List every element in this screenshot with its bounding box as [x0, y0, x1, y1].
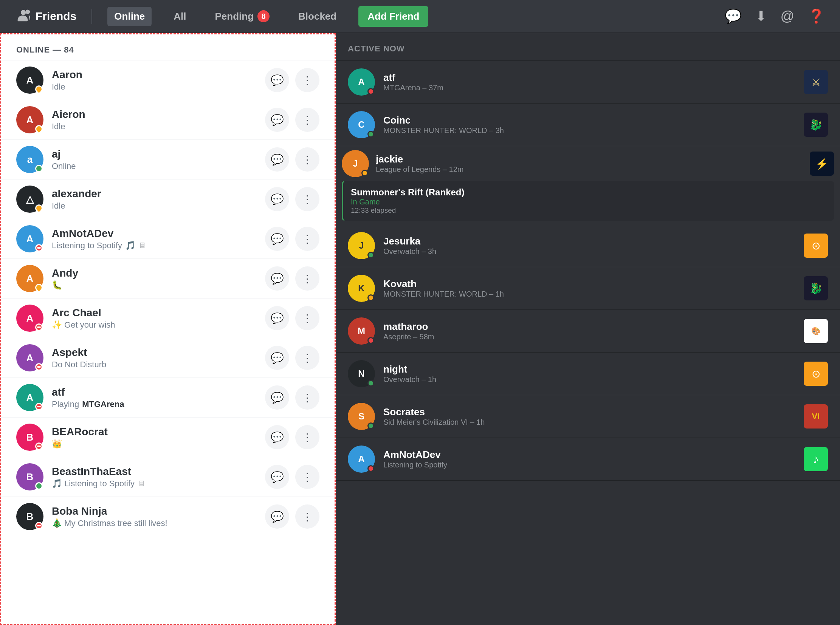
friend-info: Aaron Idle: [52, 68, 265, 92]
chat-icon[interactable]: 💬: [725, 8, 742, 24]
tab-all[interactable]: All: [167, 7, 193, 26]
friend-status: 🐛: [52, 280, 265, 290]
friend-row[interactable]: A atf Playing MTGArena 💬 ⋮: [1, 378, 335, 417]
friend-row[interactable]: A Aspekt Do Not Disturb 💬 ⋮: [1, 338, 335, 378]
tab-online[interactable]: Online: [108, 7, 151, 26]
online-header: ONLINE — 84: [1, 34, 335, 60]
message-button[interactable]: 💬: [265, 227, 289, 251]
message-button[interactable]: 💬: [265, 68, 289, 92]
active-item[interactable]: N night Overwatch – 1h ⊙: [336, 353, 840, 395]
active-status-dot: [362, 169, 368, 176]
more-button[interactable]: ⋮: [295, 306, 319, 330]
active-panel: ACTIVE NOW A atf MTGArena – 37m ⚔ C Coin…: [336, 33, 840, 625]
friend-row[interactable]: A Andy 🐛 💬 ⋮: [1, 258, 335, 298]
friend-row[interactable]: △ alexander Idle 💬 ⋮: [1, 179, 335, 219]
friend-status: Listening to Spotify 🎵 🖥: [52, 241, 265, 250]
friend-row[interactable]: A Aieron Idle 💬 ⋮: [1, 100, 335, 140]
active-name: Coinc: [383, 115, 795, 126]
active-status-dot: [368, 131, 374, 138]
message-button[interactable]: 💬: [265, 504, 289, 529]
message-button[interactable]: 💬: [265, 386, 289, 410]
friend-status: Idle: [52, 82, 265, 92]
active-game: MONSTER HUNTER: WORLD – 1h: [383, 290, 795, 299]
more-button[interactable]: ⋮: [295, 148, 319, 171]
active-info: Kovath MONSTER HUNTER: WORLD – 1h: [383, 278, 795, 299]
in-game-status: In Game: [351, 197, 826, 206]
friend-row[interactable]: A Aaron Idle 💬 ⋮: [1, 60, 335, 100]
screen-icon: 🖥: [138, 479, 145, 488]
more-button[interactable]: ⋮: [295, 187, 319, 211]
top-nav: Friends Online All Pending 8 Blocked Add…: [0, 0, 840, 33]
active-avatar-wrap: A: [348, 446, 375, 473]
status-dot: [35, 482, 43, 490]
active-info: jackie League of Legends – 12m: [376, 154, 803, 174]
avatar-wrap: A: [16, 344, 44, 372]
avatar-wrap: A: [16, 305, 44, 332]
friend-status: Playing MTGArena: [52, 400, 265, 409]
friends-panel: ONLINE — 84 A Aaron Idle 💬 ⋮ A Aieron: [0, 33, 336, 625]
active-avatar-wrap: A: [348, 68, 375, 96]
friend-row[interactable]: B Boba Ninja 🎄 My Christmas tree still l…: [1, 496, 335, 536]
friend-row[interactable]: A AmNotADev Listening to Spotify 🎵 🖥 💬 ⋮: [1, 219, 335, 258]
friend-actions: 💬 ⋮: [265, 108, 319, 132]
friend-row[interactable]: a aj Online 💬 ⋮: [1, 140, 335, 179]
active-item-jackie[interactable]: J jackie League of Legends – 12m ⚡ Summo…: [336, 146, 840, 224]
active-avatar-wrap: S: [348, 403, 375, 430]
friend-info: aj Online: [52, 148, 265, 171]
friend-actions: 💬 ⋮: [265, 425, 319, 449]
help-icon[interactable]: ❓: [808, 8, 825, 24]
more-button[interactable]: ⋮: [295, 465, 319, 489]
active-item[interactable]: A atf MTGArena – 37m ⚔: [336, 61, 840, 104]
friend-info: alexander Idle: [52, 187, 265, 211]
more-button[interactable]: ⋮: [295, 266, 319, 291]
friend-name: Arc Chael: [52, 306, 265, 319]
more-button[interactable]: ⋮: [295, 227, 319, 251]
message-button[interactable]: 💬: [265, 108, 289, 132]
active-item[interactable]: C Coinc MONSTER HUNTER: WORLD – 3h 🐉: [336, 104, 840, 146]
friend-actions: 💬 ⋮: [265, 504, 319, 529]
active-item-socrates[interactable]: S Socrates Sid Meier's Civilization VI –…: [336, 395, 840, 438]
friend-row[interactable]: A Arc Chael ✨ Get your wish 💬 ⋮: [1, 298, 335, 338]
active-name: jackie: [376, 154, 803, 165]
friend-info: BeastInThaEast 🎵 Listening to Spotify 🖥: [52, 465, 265, 488]
active-avatar-wrap: C: [348, 111, 375, 138]
friend-status: Do Not Disturb: [52, 360, 265, 370]
avatar-wrap: a: [16, 146, 44, 173]
message-button[interactable]: 💬: [265, 187, 289, 211]
active-item[interactable]: J Jesurka Overwatch – 3h ⊙: [336, 224, 840, 267]
tab-pending[interactable]: Pending 8: [208, 6, 277, 26]
add-friend-button[interactable]: Add Friend: [358, 6, 428, 27]
nav-right-icons: 💬 ⬇ @ ❓: [725, 8, 825, 24]
more-button[interactable]: ⋮: [295, 425, 319, 449]
more-button[interactable]: ⋮: [295, 346, 319, 370]
active-item[interactable]: K Kovath MONSTER HUNTER: WORLD – 1h 🐉: [336, 267, 840, 310]
message-button[interactable]: 💬: [265, 266, 289, 291]
tab-blocked[interactable]: Blocked: [291, 7, 343, 26]
message-button[interactable]: 💬: [265, 425, 289, 449]
avatar-wrap: B: [16, 503, 44, 530]
active-item[interactable]: M matharoo Aseprite – 58m 🎨: [336, 310, 840, 353]
friend-row[interactable]: B BEARocrat 👑 💬 ⋮: [1, 417, 335, 457]
friend-status: Idle: [52, 201, 265, 211]
more-button[interactable]: ⋮: [295, 108, 319, 132]
more-button[interactable]: ⋮: [295, 68, 319, 92]
more-button[interactable]: ⋮: [295, 504, 319, 529]
message-button[interactable]: 💬: [265, 148, 289, 171]
friend-name: Aaron: [52, 68, 265, 81]
message-button[interactable]: 💬: [265, 465, 289, 489]
status-dot: [35, 403, 43, 410]
more-button[interactable]: ⋮: [295, 386, 319, 410]
status-dot: [35, 522, 43, 529]
active-name: atf: [383, 72, 795, 84]
friend-info: Andy 🐛: [52, 267, 265, 290]
active-status-dot: [368, 337, 374, 344]
active-name: AmNotADev: [383, 449, 795, 461]
download-icon[interactable]: ⬇: [755, 8, 767, 24]
friend-row[interactable]: B BeastInThaEast 🎵 Listening to Spotify …: [1, 457, 335, 496]
active-game: Aseprite – 58m: [383, 333, 795, 341]
message-button[interactable]: 💬: [265, 346, 289, 370]
active-item-amnotadev[interactable]: A AmNotADev Listening to Spotify ♪: [336, 438, 840, 480]
message-button[interactable]: 💬: [265, 306, 289, 330]
at-icon[interactable]: @: [780, 8, 794, 24]
friend-name: Andy: [52, 267, 265, 280]
